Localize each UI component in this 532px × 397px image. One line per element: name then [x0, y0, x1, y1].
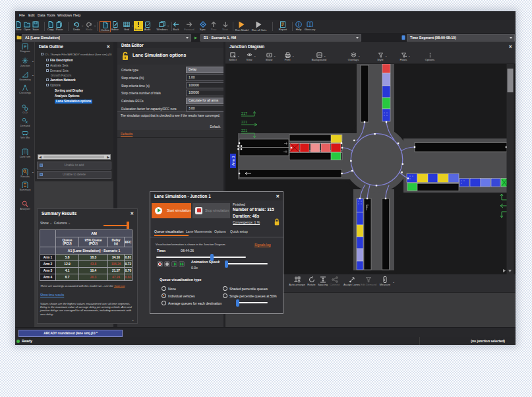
svg-text:Arm 3: Arm 3	[231, 156, 235, 166]
svg-text:221: 221	[241, 129, 247, 133]
svg-text:221: 221	[241, 120, 247, 124]
svg-text:217: 217	[241, 111, 247, 115]
